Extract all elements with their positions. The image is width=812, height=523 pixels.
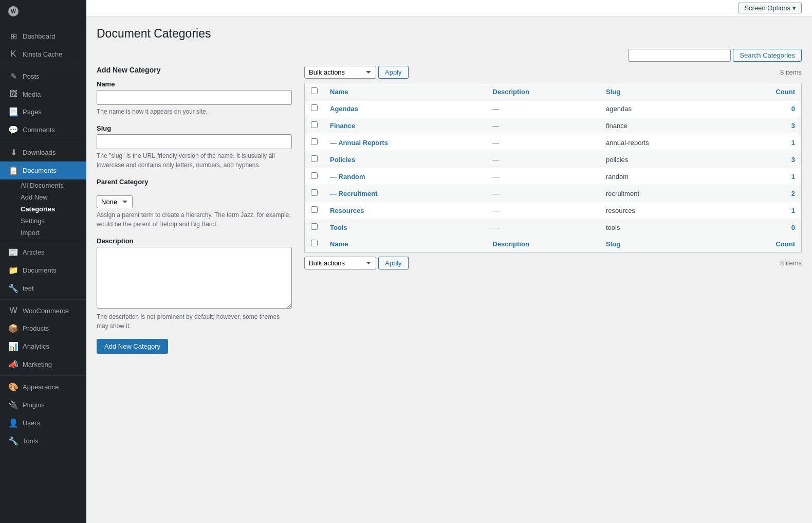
sidebar-item-plugins[interactable]: 🔌 Plugins [0, 396, 86, 414]
category-link[interactable]: Tools [330, 224, 347, 231]
row-count-cell: 3 [728, 151, 801, 168]
row-count-link[interactable]: 1 [791, 139, 795, 147]
sidebar-item-users[interactable]: 👤 Users [0, 414, 86, 432]
top-apply-button[interactable]: Apply [378, 66, 409, 79]
posts-icon: ✎ [8, 71, 19, 81]
category-link[interactable]: Agendas [330, 105, 358, 113]
row-checkbox[interactable] [311, 121, 318, 128]
kinsta-icon: K [8, 49, 19, 59]
row-count-link[interactable]: 3 [791, 156, 795, 164]
row-slug-cell: finance [600, 117, 728, 134]
parent-select[interactable]: None [97, 195, 133, 208]
table-row: Finance — finance 3 [305, 117, 802, 134]
select-all-checkbox-bottom[interactable] [311, 240, 318, 246]
row-count-cell: 1 [728, 168, 801, 185]
category-link[interactable]: Policies [330, 156, 355, 164]
row-count-link[interactable]: 0 [791, 224, 795, 231]
bottom-apply-button[interactable]: Apply [378, 257, 409, 269]
row-description: — [492, 173, 499, 181]
row-count-link[interactable]: 3 [791, 122, 795, 130]
bottom-bulk-actions-select[interactable]: Bulk actions [304, 257, 376, 269]
sidebar-item-label: Products [23, 324, 49, 332]
sidebar-item-kinsta-cache[interactable]: K Kinsta Cache [0, 45, 86, 63]
count-sort-link-bottom[interactable]: Count [776, 240, 795, 248]
row-desc-cell: — [486, 202, 600, 219]
sidebar-item-label: Users [23, 419, 40, 427]
slug-sort-link-bottom[interactable]: Slug [606, 240, 620, 248]
sidebar-item-documents2[interactable]: 📁 Documents [0, 261, 86, 279]
sidebar-item-marketing[interactable]: 📣 Marketing [0, 355, 86, 373]
row-checkbox-cell [305, 117, 324, 134]
sidebar-item-documents[interactable]: 📋 Documents [0, 161, 86, 179]
description-label: Description [97, 237, 292, 245]
select-all-checkbox-top[interactable] [311, 87, 318, 94]
row-checkbox[interactable] [311, 104, 318, 111]
sidebar-item-tools[interactable]: 🔧 Tools [0, 432, 86, 450]
sidebar-item-woocommerce[interactable]: W WooCommerce [0, 302, 86, 319]
sidebar-logo[interactable]: W [0, 0, 86, 23]
sidebar-item-appearance[interactable]: 🎨 Appearance [0, 378, 86, 396]
row-checkbox[interactable] [311, 172, 318, 179]
sidebar-item-teet[interactable]: 🔧 teet [0, 279, 86, 297]
sidebar-sub-settings[interactable]: Settings [0, 215, 86, 227]
desc-sort-link-bottom[interactable]: Description [492, 240, 529, 248]
screen-options-button[interactable]: Screen Options ▾ [739, 3, 802, 13]
category-link[interactable]: Resources [330, 207, 364, 214]
name-sort-link-bottom[interactable]: Name [330, 240, 348, 248]
description-textarea[interactable] [97, 247, 292, 309]
sidebar-sub-categories[interactable]: Categories [0, 203, 86, 215]
sidebar-item-downloads[interactable]: ⬇ Downloads [0, 143, 86, 161]
sidebar-item-articles[interactable]: 📰 Articles [0, 243, 86, 261]
sidebar-item-label: Marketing [23, 360, 52, 368]
description-sort-link[interactable]: Description [492, 88, 529, 96]
sidebar-item-media[interactable]: 🖼 Media [0, 85, 86, 103]
sidebar-item-label: Comments [23, 126, 55, 134]
wp-logo-icon: W [8, 6, 19, 16]
row-name-cell: Resources [324, 202, 486, 219]
sidebar-item-comments[interactable]: 💬 Comments [0, 121, 86, 139]
sidebar-sub-all-documents[interactable]: All Documents [0, 179, 86, 191]
sidebar-item-label: Articles [23, 248, 45, 256]
sidebar-item-label: Media [23, 91, 41, 98]
sidebar-item-dashboard[interactable]: ⊞ Dashboard [0, 27, 86, 45]
row-count-link[interactable]: 2 [791, 190, 795, 197]
name-input[interactable] [97, 90, 292, 105]
row-checkbox[interactable] [311, 206, 318, 213]
col-header-checkbox [305, 83, 324, 100]
add-new-category-button[interactable]: Add New Category [97, 339, 168, 354]
sidebar-item-pages[interactable]: 📃 Pages [0, 103, 86, 121]
row-checkbox[interactable] [311, 138, 318, 145]
row-slug: tools [606, 224, 620, 231]
pages-icon: 📃 [8, 107, 19, 117]
search-categories-button[interactable]: Search Categories [733, 49, 802, 62]
count-sort-link[interactable]: Count [776, 88, 795, 96]
category-link[interactable]: — Annual Reports [330, 139, 388, 147]
slug-sort-link[interactable]: Slug [606, 88, 620, 96]
row-checkbox[interactable] [311, 155, 318, 162]
teet-icon: 🔧 [8, 283, 19, 293]
name-sort-link[interactable]: Name [330, 88, 348, 96]
search-input[interactable] [628, 49, 731, 62]
row-slug: finance [606, 122, 628, 130]
row-count-link[interactable]: 0 [791, 105, 795, 113]
category-link[interactable]: — Random [330, 173, 365, 181]
row-slug: recruitment [606, 190, 639, 197]
sidebar-item-analytics[interactable]: 📊 Analytics [0, 337, 86, 355]
sidebar-sub-import[interactable]: Import [0, 227, 86, 239]
row-slug: random [606, 173, 629, 181]
slug-input[interactable] [97, 134, 292, 149]
row-description: — [492, 207, 499, 214]
category-link[interactable]: — Recruitment [330, 190, 377, 197]
sidebar-item-posts[interactable]: ✎ Posts [0, 67, 86, 85]
sidebar-sub-add-new[interactable]: Add New [0, 191, 86, 203]
row-slug-cell: tools [600, 219, 728, 236]
row-count-link[interactable]: 1 [791, 207, 795, 214]
row-count-link[interactable]: 1 [791, 173, 795, 181]
category-link[interactable]: Finance [330, 122, 355, 130]
sidebar: W ⊞ Dashboard K Kinsta Cache ✎ Posts 🖼 M… [0, 0, 86, 523]
top-bulk-actions-select[interactable]: Bulk actions [304, 66, 376, 79]
sidebar-item-label: Analytics [23, 342, 49, 350]
sidebar-item-products[interactable]: 📦 Products [0, 319, 86, 337]
row-checkbox[interactable] [311, 223, 318, 230]
row-checkbox[interactable] [311, 189, 318, 196]
